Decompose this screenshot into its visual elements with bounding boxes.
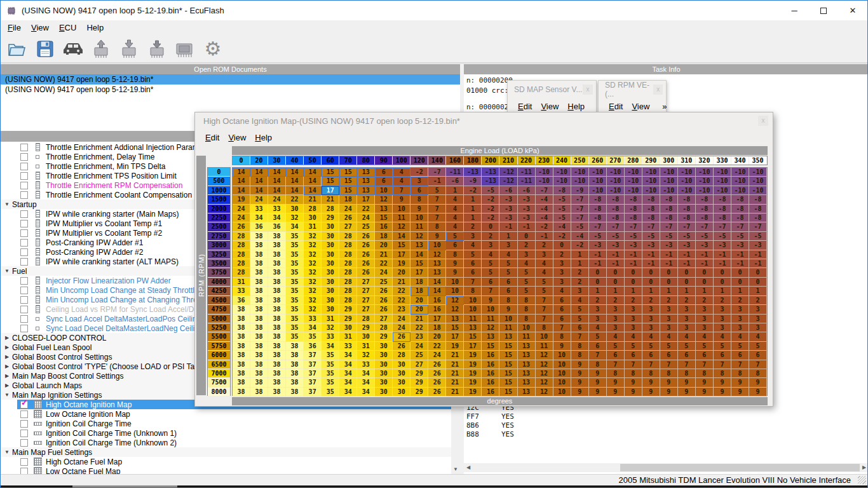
map-cell[interactable]: -8: [589, 205, 607, 214]
map-cell[interactable]: 35: [286, 332, 304, 341]
map-cell[interactable]: 38: [286, 369, 304, 378]
map-cell[interactable]: 34: [339, 378, 357, 387]
map-cell[interactable]: 35: [322, 360, 339, 369]
tree-item-high-octane-fuel-map[interactable]: High Octane Fuel Map: [1, 457, 451, 466]
map-cell[interactable]: 14: [250, 177, 268, 186]
map-cell[interactable]: 38: [268, 388, 286, 396]
map-cell[interactable]: 27: [357, 305, 375, 314]
map-cell[interactable]: 3: [536, 250, 553, 259]
item-checkbox[interactable]: [20, 287, 28, 294]
map-cell[interactable]: 3: [714, 323, 731, 332]
map-cell[interactable]: 14: [233, 168, 250, 177]
item-checkbox[interactable]: [20, 325, 28, 332]
map-cell[interactable]: 4: [393, 168, 410, 177]
map-cell[interactable]: 21: [393, 278, 410, 287]
rpm-row-header[interactable]: 1500: [208, 195, 230, 204]
map-cell[interactable]: -1: [731, 259, 749, 268]
save-rom-button[interactable]: [32, 37, 58, 61]
map-cell[interactable]: 28: [339, 296, 357, 305]
map-cell[interactable]: 29: [410, 378, 428, 387]
map-cell[interactable]: -3: [749, 241, 767, 250]
map-cell[interactable]: 2: [553, 250, 571, 259]
map-cell[interactable]: 17: [322, 186, 339, 195]
map-cell[interactable]: -10: [589, 186, 607, 195]
map-cell[interactable]: 28: [357, 315, 375, 323]
load-column-header[interactable]: 20: [250, 156, 268, 165]
map-cell[interactable]: 15: [339, 168, 357, 177]
map-cell[interactable]: 6: [607, 351, 625, 360]
map-cell[interactable]: 37: [304, 369, 322, 378]
map-cell[interactable]: 30: [375, 342, 393, 351]
map-cell[interactable]: -2: [482, 205, 499, 214]
sd-rpm-ve-titlebar[interactable]: SD RPM VE-(... x: [599, 81, 666, 98]
map-cell[interactable]: -2: [571, 241, 589, 250]
map-cell[interactable]: 0: [589, 268, 607, 277]
map-cell[interactable]: 21: [375, 250, 393, 259]
map-cell[interactable]: -6: [518, 186, 536, 195]
map-cell[interactable]: 4: [464, 241, 482, 250]
map-cell[interactable]: 9: [625, 378, 642, 387]
map-cell[interactable]: 26: [428, 378, 446, 387]
map-cell[interactable]: 6: [464, 268, 482, 277]
map-cell[interactable]: -7: [571, 214, 589, 222]
map-cell[interactable]: 4: [589, 323, 607, 332]
read-from-ecu-button[interactable]: [88, 37, 114, 61]
map-cell[interactable]: 26: [357, 268, 375, 277]
map-cell[interactable]: 1: [589, 287, 607, 295]
map-cell[interactable]: 8: [678, 369, 696, 378]
rpm-row-header[interactable]: 1000: [208, 186, 230, 195]
map-cell[interactable]: 3: [714, 315, 731, 323]
map-cell[interactable]: 2: [749, 296, 767, 305]
load-column-header[interactable]: 90: [375, 156, 393, 165]
map-cell[interactable]: 7: [571, 332, 589, 341]
map-cell[interactable]: 3: [625, 315, 642, 323]
map-cell[interactable]: -10: [731, 168, 749, 177]
load-column-header[interactable]: 260: [589, 156, 607, 165]
sd-map-sensor-window[interactable]: SD MAP Sensor V... x EditViewHelp: [507, 80, 597, 115]
map-cell[interactable]: 2: [464, 222, 482, 231]
map-cell[interactable]: 8: [518, 296, 536, 305]
map-cell[interactable]: 38: [268, 278, 286, 287]
map-cell[interactable]: -1: [660, 259, 678, 268]
sdmap-menu-view[interactable]: View: [537, 100, 562, 112]
map-cell[interactable]: -11: [518, 177, 536, 186]
map-cell[interactable]: 33: [357, 360, 375, 369]
map-cell[interactable]: 15: [375, 214, 393, 222]
map-cell[interactable]: -8: [678, 195, 696, 204]
map-cell[interactable]: 9: [446, 268, 464, 277]
rpm-row-header[interactable]: 3000: [208, 241, 230, 250]
map-cell[interactable]: 4: [749, 332, 767, 341]
map-cell[interactable]: 6: [678, 351, 696, 360]
map-cell[interactable]: 28: [339, 250, 357, 259]
map-cell[interactable]: 8: [428, 222, 446, 231]
map-cell[interactable]: 12: [536, 388, 553, 396]
scroll-right-icon[interactable]: ▶: [860, 463, 868, 472]
map-cell[interactable]: 14: [268, 186, 286, 195]
checksum-chip-button[interactable]: [172, 37, 198, 61]
map-cell[interactable]: 26: [233, 222, 250, 231]
map-cell[interactable]: 3: [607, 315, 625, 323]
map-cell[interactable]: 35: [322, 388, 339, 396]
map-cell[interactable]: 14: [250, 168, 268, 177]
map-cell[interactable]: 22: [410, 323, 428, 332]
map-cell[interactable]: 3: [589, 315, 607, 323]
map-cell[interactable]: 38: [250, 278, 268, 287]
triangle-expanded-icon[interactable]: ▼: [3, 268, 11, 274]
map-cell[interactable]: 9: [642, 388, 660, 396]
map-cell[interactable]: 8: [696, 369, 714, 378]
rpm-row-header[interactable]: 5000: [208, 315, 230, 323]
map-cell[interactable]: 12: [536, 378, 553, 387]
map-cell[interactable]: 1: [731, 287, 749, 295]
map-cell[interactable]: 30: [375, 360, 393, 369]
map-cell[interactable]: 6: [625, 351, 642, 360]
map-cell[interactable]: 12: [393, 222, 410, 231]
map-cell[interactable]: -8: [749, 214, 767, 222]
map-cell[interactable]: 1: [446, 186, 464, 195]
map-cell[interactable]: 0: [482, 222, 499, 231]
map-cell[interactable]: 5: [607, 342, 625, 351]
map-cell[interactable]: 17: [446, 332, 464, 341]
map-cell[interactable]: -8: [714, 214, 731, 222]
map-cell[interactable]: -7: [607, 222, 625, 231]
map-cell[interactable]: 30: [375, 388, 393, 396]
map-cell[interactable]: 24: [233, 205, 250, 214]
